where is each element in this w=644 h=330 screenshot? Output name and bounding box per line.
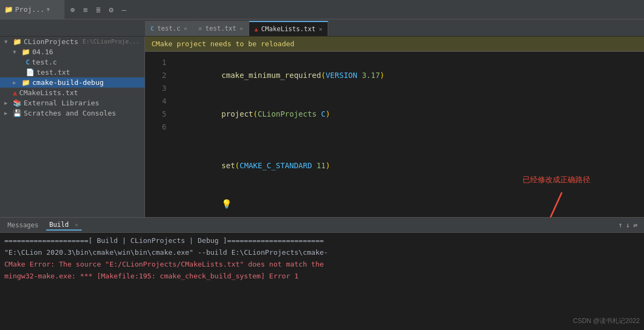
expand-arrow: ▶ bbox=[4, 100, 11, 106]
sort-icon[interactable]: ≣ bbox=[92, 4, 104, 16]
output-line-2: "E:\CLion 2020.3\bin\cmake\win\bin\cmake… bbox=[4, 247, 640, 259]
sidebar-item-cmakelists[interactable]: ▲ CMakeLists.txt bbox=[0, 88, 144, 98]
build-output[interactable]: ====================[ Build | CLionProje… bbox=[0, 233, 644, 330]
arrow-annotation: 已经修改成正确路径 bbox=[523, 175, 590, 217]
svg-line-0 bbox=[548, 192, 562, 217]
tab-label: CMakeLists.txt bbox=[261, 25, 315, 33]
expand-arrow: ▼ bbox=[13, 49, 19, 55]
scroll-up-btn[interactable]: ↑ bbox=[619, 221, 623, 229]
sidebar-item-04-16[interactable]: ▼ 📁 04.16 bbox=[0, 47, 144, 57]
list-icon[interactable]: ≡ bbox=[79, 4, 91, 16]
code-line-3 bbox=[176, 133, 644, 146]
messages-tab-label: Messages bbox=[8, 221, 39, 229]
tab-close-icon[interactable]: × bbox=[319, 26, 322, 33]
folder-icon: 📁 bbox=[21, 48, 30, 56]
tab-test-c[interactable]: C test.c × bbox=[145, 21, 193, 36]
editor-area: CMake project needs to be reloaded 1 2 3… bbox=[145, 37, 644, 217]
line-numbers: 1 2 3 4 5 6 bbox=[145, 52, 172, 217]
folder-label: cmake-build-debug bbox=[32, 78, 104, 87]
cmake-icon: ▲ bbox=[13, 89, 17, 97]
bottom-panel: Messages Build × ↑ ↓ ⇌ =================… bbox=[0, 217, 644, 330]
tabs-bar: C test.c × ≡ test.txt × ▲ CMakeLists.txt… bbox=[0, 19, 644, 37]
main-area: ▼ 📁 CLionProjects E:\CLionProje... ▼ 📁 0… bbox=[0, 37, 644, 217]
bulb-icon: 💡 bbox=[221, 199, 232, 209]
watermark: CSDN @读书札记2022 bbox=[573, 317, 640, 326]
settings-icon[interactable]: ⚙ bbox=[105, 4, 117, 16]
project-path: E:\CLionProje... bbox=[83, 38, 140, 45]
lib-label: External Libraries bbox=[24, 99, 99, 107]
txt-file-icon: ≡ bbox=[199, 25, 202, 32]
notification-banner[interactable]: CMake project needs to be reloaded bbox=[145, 37, 644, 52]
sidebar-item-scratches[interactable]: ▶ 💾 Scratches and Consoles bbox=[0, 108, 144, 118]
folder-label: 04.16 bbox=[32, 48, 53, 56]
project-label: Proj... bbox=[15, 5, 45, 13]
annotation-arrow bbox=[540, 187, 573, 217]
expand-arrow: ▼ bbox=[4, 39, 11, 45]
tab-cmakelists[interactable]: ▲ CMakeLists.txt × bbox=[249, 21, 328, 36]
dropdown-icon: ▼ bbox=[47, 6, 50, 12]
file-label: CMakeLists.txt bbox=[19, 89, 78, 97]
file-label: test.txt bbox=[37, 68, 70, 76]
tab-build[interactable]: Build × bbox=[46, 220, 82, 231]
output-line-4: mingw32-make.exe: *** [Makefile:195: cma… bbox=[4, 270, 640, 282]
scroll-down-btn[interactable]: ↓ bbox=[626, 221, 630, 229]
bottom-toolbar: ↑ ↓ ⇌ bbox=[617, 221, 640, 229]
code-line-2: project(CLionProjects C) bbox=[176, 95, 644, 133]
tab-label: test.c bbox=[157, 25, 180, 32]
folder-icon: 📁 bbox=[4, 5, 13, 13]
expand-arrow: ▶ bbox=[13, 80, 19, 85]
txt-file-icon: 📄 bbox=[26, 68, 34, 76]
sidebar: ▼ 📁 CLionProjects E:\CLionProje... ▼ 📁 0… bbox=[0, 37, 145, 217]
sidebar-item-test-c[interactable]: C test.c bbox=[0, 57, 144, 67]
tab-test-txt[interactable]: ≡ test.txt × bbox=[193, 21, 249, 36]
project-name: CLionProjects bbox=[24, 38, 78, 46]
output-line-3: CMake Error: The source "E:/CLionProject… bbox=[4, 259, 640, 270]
build-tab-label: Build bbox=[49, 221, 69, 228]
wrap-btn[interactable]: ⇌ bbox=[633, 221, 638, 229]
tab-close-icon[interactable]: × bbox=[184, 25, 187, 32]
build-folder-icon: 📁 bbox=[21, 78, 30, 87]
sidebar-item-external-libs[interactable]: ▶ 📚 External Libraries bbox=[0, 98, 144, 108]
sidebar-item-cmake-build[interactable]: ▶ 📁 cmake-build-debug bbox=[0, 77, 144, 88]
c-file-icon: C bbox=[150, 25, 154, 32]
build-tab-close[interactable]: × bbox=[75, 221, 78, 228]
c-file-icon: C bbox=[26, 59, 30, 66]
annotation-label: 已经修改成正确路径 bbox=[523, 175, 590, 185]
notification-text: CMake project needs to be reloaded bbox=[151, 40, 294, 48]
minimize-icon[interactable]: — bbox=[118, 4, 130, 16]
library-icon: 📚 bbox=[13, 99, 21, 107]
code-editor[interactable]: 1 2 3 4 5 6 cmake_minimum_required(VERSI… bbox=[145, 52, 644, 217]
expand-arrow: ▶ bbox=[4, 110, 11, 116]
tab-label: test.txt bbox=[205, 25, 236, 32]
add-icon[interactable]: ⊕ bbox=[67, 4, 78, 16]
scratch-label: Scratches and Consoles bbox=[24, 109, 116, 117]
output-line-1: ====================[ Build | CLionProje… bbox=[4, 235, 640, 247]
file-label: test.c bbox=[32, 58, 57, 66]
tab-messages[interactable]: Messages bbox=[4, 220, 42, 230]
bottom-tabs-bar: Messages Build × ↑ ↓ ⇌ bbox=[0, 218, 644, 233]
code-line-1: cmake_minimum_required(VERSION 3.17) bbox=[176, 56, 644, 95]
project-title[interactable]: 📁 Proj... ▼ bbox=[0, 0, 64, 19]
top-bar: 📁 Proj... ▼ ⊕ ≡ ≣ ⚙ — bbox=[0, 0, 644, 19]
toolbar-icons: ⊕ ≡ ≣ ⚙ — bbox=[64, 4, 132, 16]
sidebar-project-root[interactable]: ▼ 📁 CLionProjects E:\CLionProje... bbox=[0, 37, 144, 47]
folder-icon: 📁 bbox=[13, 38, 21, 46]
tab-close-icon[interactable]: × bbox=[240, 25, 243, 32]
cmake-file-icon: ▲ bbox=[255, 26, 258, 33]
sidebar-item-test-txt[interactable]: 📄 test.txt bbox=[0, 67, 144, 77]
scratch-icon: 💾 bbox=[13, 109, 21, 117]
